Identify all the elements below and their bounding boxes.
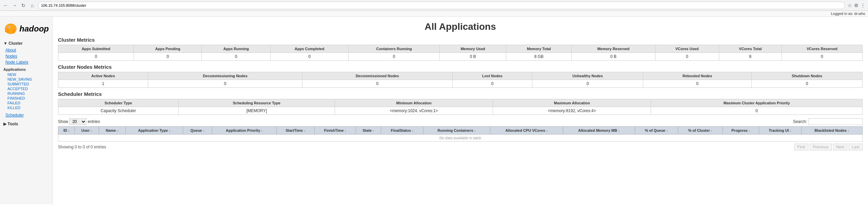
data-table-header-6[interactable]: StartTime ↕ bbox=[277, 127, 314, 134]
forward-button[interactable]: → bbox=[12, 2, 18, 8]
browser-action-icons: ☆ ⚙ ⋮ bbox=[848, 3, 865, 8]
page-title: All Applications bbox=[58, 20, 863, 32]
previous-button[interactable]: Previous bbox=[810, 144, 832, 150]
data-table-header-8[interactable]: State ↕ bbox=[356, 127, 381, 134]
sidebar-item-killed[interactable]: KILLED bbox=[0, 105, 52, 110]
pagination-buttons: First Previous Next Last bbox=[794, 144, 863, 150]
sort-icon-3: ↕ bbox=[169, 129, 171, 132]
data-table-header-1[interactable]: User ↕ bbox=[75, 127, 99, 134]
data-table-header-9[interactable]: FinalStatus ↕ bbox=[381, 127, 423, 134]
cluster-metrics-header: Cluster Metrics bbox=[58, 37, 863, 43]
cluster-metric-value-8: 0 bbox=[655, 53, 719, 61]
reload-button[interactable]: ↻ bbox=[20, 2, 26, 8]
sidebar-item-failed[interactable]: FAILED bbox=[0, 101, 52, 105]
cluster-node-value-3: 0 bbox=[452, 80, 532, 88]
sort-icon-15: ↕ bbox=[749, 129, 750, 132]
cluster-metric-value-7: 0 B bbox=[572, 53, 655, 61]
scheduler-header-2: Minimum Allocation bbox=[335, 99, 493, 107]
entries-label: entries bbox=[88, 119, 100, 124]
scheduler-header-0: Scheduler Type bbox=[58, 99, 179, 107]
url-bar[interactable] bbox=[38, 2, 845, 9]
hadoop-elephant-logo bbox=[3, 21, 18, 36]
sort-icon-0: ↕ bbox=[68, 129, 70, 132]
home-button[interactable]: ⌂ bbox=[29, 2, 35, 8]
cluster-metric-value-9: 8 bbox=[719, 53, 782, 61]
sidebar-tools-section[interactable]: ▶ Tools bbox=[0, 120, 52, 128]
data-table-header-3[interactable]: Application Type ↕ bbox=[125, 127, 183, 134]
cluster-metric-value-3: 0 bbox=[271, 53, 349, 61]
data-table-header-15[interactable]: Progress ↕ bbox=[723, 127, 759, 134]
cluster-metric-value-6: 8 GB bbox=[506, 53, 572, 61]
cluster-arrow-icon: ▼ bbox=[3, 41, 7, 46]
data-table-header-5[interactable]: Application Priority ↕ bbox=[212, 127, 277, 134]
sort-icon-11: ↕ bbox=[546, 129, 548, 132]
bookmark-icon[interactable]: ☆ bbox=[848, 3, 852, 8]
data-table-header-16[interactable]: Tracking UI ↕ bbox=[759, 127, 801, 134]
data-table-header-10[interactable]: Running Containers ↕ bbox=[423, 127, 490, 134]
sort-icon-16: ↕ bbox=[790, 129, 792, 132]
sidebar-applications-section: Applications bbox=[0, 67, 52, 72]
sidebar-item-about[interactable]: About bbox=[0, 47, 52, 53]
sort-icon-14: ↕ bbox=[711, 129, 713, 132]
cluster-node-header-1: Decommissioning Nodes bbox=[148, 72, 302, 80]
data-table-header-2[interactable]: Name ↕ bbox=[99, 127, 125, 134]
sidebar-item-running[interactable]: RUNNING bbox=[0, 91, 52, 96]
logged-in-bar: Logged in as: dr.who bbox=[0, 11, 868, 17]
cluster-metric-header-6: Memory Total bbox=[506, 45, 572, 53]
scheduler-value-0: Capacity Scheduler bbox=[58, 107, 179, 115]
scheduler-metrics-table: Scheduler TypeScheduling Resource TypeMi… bbox=[58, 99, 863, 115]
scheduler-header-1: Scheduling Resource Type bbox=[178, 99, 335, 107]
first-button[interactable]: First bbox=[794, 144, 808, 150]
cluster-metric-header-8: VCores Used bbox=[655, 45, 719, 53]
cluster-node-value-4: 0 bbox=[532, 80, 643, 88]
data-table-header-12[interactable]: Allocated Memory MB ↕ bbox=[563, 127, 635, 134]
cluster-node-value-2: 0 bbox=[302, 80, 452, 88]
svg-point-1 bbox=[6, 29, 9, 34]
scheduler-value-2: <memory:1024, vCores:1> bbox=[335, 107, 493, 115]
next-button[interactable]: Next bbox=[833, 144, 848, 150]
cluster-metric-header-3: Apps Completed bbox=[271, 45, 349, 53]
sort-icon-13: ↕ bbox=[666, 129, 668, 132]
sort-icon-17: ↕ bbox=[848, 129, 849, 132]
data-table-header-13[interactable]: % of Queue ↕ bbox=[635, 127, 678, 134]
data-table-header-7[interactable]: FinishTime ↕ bbox=[314, 127, 356, 134]
data-table-header-17[interactable]: Blacklisted Nodes ↕ bbox=[801, 127, 862, 134]
sort-icon-9: ↕ bbox=[412, 129, 414, 132]
data-table-header-0[interactable]: ID ↕ bbox=[58, 127, 75, 134]
cluster-metric-header-9: VCores Total bbox=[719, 45, 782, 53]
pagination-bar: Showing 0 to 0 of 0 entries First Previo… bbox=[58, 144, 863, 150]
data-table-header-4[interactable]: Queue ↕ bbox=[183, 127, 212, 134]
search-input[interactable] bbox=[808, 118, 863, 125]
cluster-metric-value-2: 0 bbox=[202, 53, 271, 61]
cluster-node-header-0: Active Nodes bbox=[58, 72, 148, 80]
cluster-metric-header-4: Containers Running bbox=[349, 45, 440, 53]
cluster-node-header-2: Decommissioned Nodes bbox=[302, 72, 452, 80]
sidebar-item-node-labels[interactable]: Node Labels bbox=[0, 59, 52, 65]
sort-icon-1: ↕ bbox=[91, 129, 93, 132]
sidebar-item-scheduler[interactable]: Scheduler bbox=[0, 112, 52, 118]
back-button[interactable]: ← bbox=[3, 2, 9, 8]
menu-icon[interactable]: ⋮ bbox=[861, 3, 865, 8]
sidebar-item-submitted[interactable]: SUBMITTED bbox=[0, 82, 52, 86]
extensions-icon[interactable]: ⚙ bbox=[854, 3, 859, 8]
sort-icon-5: ↕ bbox=[261, 129, 263, 132]
data-table-header-14[interactable]: % of Cluster ↕ bbox=[678, 127, 723, 134]
last-button[interactable]: Last bbox=[849, 144, 863, 150]
cluster-metrics-table: Apps SubmittedApps PendingApps RunningAp… bbox=[58, 45, 863, 61]
sidebar-item-finished[interactable]: FINISHED bbox=[0, 96, 52, 101]
cluster-node-value-5: 0 bbox=[643, 80, 752, 88]
cluster-node-value-0: 1 bbox=[58, 80, 148, 88]
sidebar-item-new[interactable]: NEW bbox=[0, 72, 52, 77]
sidebar-item-new-saving[interactable]: NEW_SAVING bbox=[0, 77, 52, 82]
cluster-node-header-6: Shutdown Nodes bbox=[751, 72, 862, 80]
cluster-node-header-4: Unhealthy Nodes bbox=[532, 72, 643, 80]
sidebar: hadoop ▼ Cluster About Nodes Node Labels… bbox=[0, 17, 53, 204]
show-label: Show bbox=[58, 119, 68, 124]
sidebar-item-accepted[interactable]: ACCEPTED bbox=[0, 86, 52, 91]
scheduler-value-1: [MEMORY] bbox=[178, 107, 335, 115]
sidebar-cluster-section[interactable]: ▼ Cluster bbox=[0, 40, 52, 47]
data-table-header-11[interactable]: Allocated CPU VCores ↕ bbox=[490, 127, 563, 134]
sidebar-item-nodes[interactable]: Nodes bbox=[0, 53, 52, 59]
cluster-node-header-5: Rebooted Nodes bbox=[643, 72, 752, 80]
entries-select[interactable]: 10202550100 bbox=[69, 118, 86, 125]
